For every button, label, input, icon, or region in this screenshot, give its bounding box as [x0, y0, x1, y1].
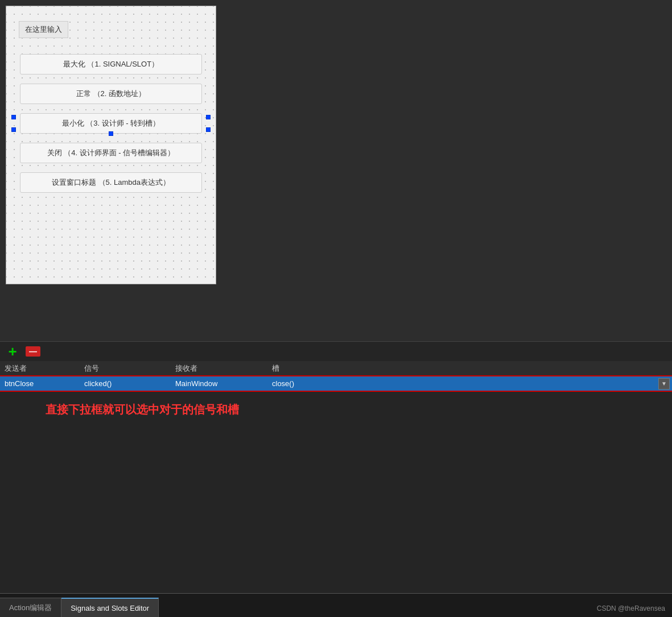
btn-set-title[interactable]: 设置窗口标题 （5. Lambda表达式）	[20, 172, 202, 193]
tab-signals-slots-editor-label: Signals and Slots Editor	[71, 604, 149, 612]
btn4-row: 关闭 （4. 设计师界面 - 信号槽编辑器）	[15, 143, 207, 163]
table-body: btnClose clicked() MainWindow close() ▼	[0, 376, 672, 391]
btn5-row: 设置窗口标题 （5. Lambda表达式）	[15, 172, 207, 193]
table-header: 发送者 信号 接收者 槽	[0, 361, 672, 376]
form-inner: 在这里输入 最大化 （1. SIGNAL/SLOT） 正常 （2. 函数地址）	[6, 6, 216, 284]
slot-value: close()	[272, 379, 294, 388]
input-box[interactable]: 在这里输入	[19, 21, 68, 38]
col-sender: 发送者	[0, 361, 80, 376]
toolbar: + —	[0, 342, 672, 361]
table-container: 发送者 信号 接收者 槽 btnClose clicked() MainWind…	[0, 361, 672, 391]
tab-action-editor[interactable]: Action编辑器	[0, 598, 61, 617]
minus-icon: —	[26, 346, 40, 357]
plus-icon: +	[8, 344, 17, 359]
cell-slot[interactable]: close() ▼	[267, 376, 672, 391]
cell-receiver: MainWindow	[171, 376, 267, 391]
tab-bar: Action编辑器 Signals and Slots Editor CSDN …	[0, 593, 672, 617]
handle-bottom-mid	[109, 131, 113, 136]
btn-normal[interactable]: 正常 （2. 函数地址）	[20, 84, 202, 104]
right-handles	[206, 115, 211, 132]
remove-button[interactable]: —	[25, 345, 41, 358]
form-widget: 在这里输入 最大化 （1. SIGNAL/SLOT） 正常 （2. 函数地址）	[6, 6, 216, 284]
col-signal: 信号	[80, 361, 171, 376]
btn-maximize[interactable]: 最大化 （1. SIGNAL/SLOT）	[20, 54, 202, 74]
btn3-container: 最小化 （3. 设计师 - 转到槽）	[15, 113, 207, 134]
handle-right-bottom	[206, 127, 211, 132]
col-slot: 槽	[267, 361, 672, 376]
tab-signals-slots-editor[interactable]: Signals and Slots Editor	[61, 598, 159, 617]
signals-slots-panel: + — 发送者 信号 接收者 槽 btnClose clicked() M	[0, 341, 672, 617]
canvas-area: 在这里输入 最大化 （1. SIGNAL/SLOT） 正常 （2. 函数地址）	[0, 0, 672, 341]
handle-left-top	[11, 115, 16, 119]
handle-left-bottom	[11, 127, 16, 132]
tab-action-editor-label: Action编辑器	[9, 603, 52, 613]
btn2-row: 正常 （2. 函数地址）	[15, 84, 207, 104]
col-receiver: 接收者	[171, 361, 267, 376]
signal-table: 发送者 信号 接收者 槽 btnClose clicked() MainWind…	[0, 361, 672, 391]
left-handles	[11, 115, 16, 132]
btn1-row: 最大化 （1. SIGNAL/SLOT）	[15, 54, 207, 74]
cell-signal: clicked()	[80, 376, 171, 391]
watermark: CSDN @theRavensea	[597, 604, 665, 612]
table-row[interactable]: btnClose clicked() MainWindow close() ▼	[0, 376, 672, 391]
handle-bm	[109, 131, 113, 136]
cell-sender: btnClose	[0, 376, 80, 391]
handle-right-top	[206, 115, 211, 119]
slot-dropdown-arrow[interactable]: ▼	[658, 378, 670, 390]
add-button[interactable]: +	[5, 345, 20, 358]
annotation-text: 直接下拉框就可以选中对于的信号和槽	[46, 402, 626, 417]
btn-close[interactable]: 关闭 （4. 设计师界面 - 信号槽编辑器）	[20, 143, 202, 163]
btn-minimize[interactable]: 最小化 （3. 设计师 - 转到槽）	[20, 113, 202, 134]
